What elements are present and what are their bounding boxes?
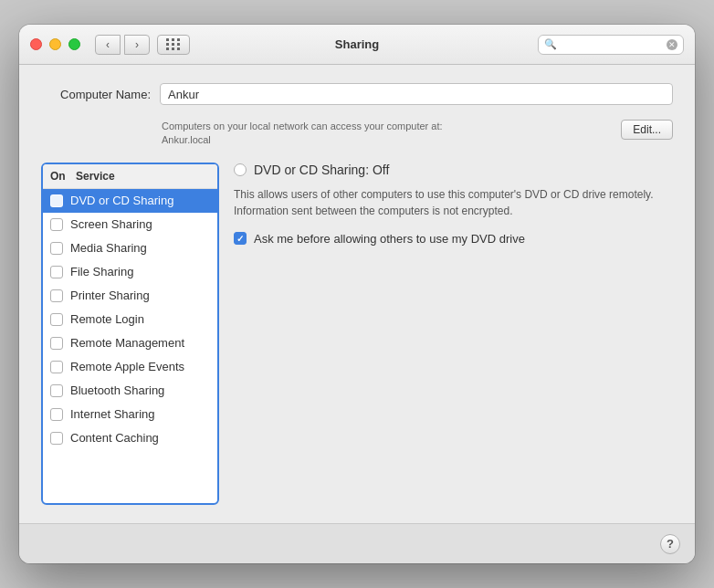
service-item[interactable]: Internet Sharing — [43, 403, 217, 426]
service-checkbox[interactable] — [50, 337, 63, 350]
dvd-off-radio[interactable] — [234, 163, 247, 176]
main-window: ‹ › Sharing 🔍 ✕ Computer Name: Computers… — [19, 25, 695, 563]
back-button[interactable]: ‹ — [95, 35, 121, 55]
service-name: Bluetooth Sharing — [70, 383, 164, 397]
close-button[interactable] — [30, 38, 42, 50]
main-panels: On Service DVD or CD SharingScreen Shari… — [41, 163, 673, 505]
service-item[interactable]: Remote Apple Events — [43, 355, 217, 379]
minimize-button[interactable] — [49, 38, 61, 50]
service-item[interactable]: Bluetooth Sharing — [43, 379, 217, 403]
grid-icon — [166, 38, 181, 50]
computer-name-row: Computer Name: — [41, 83, 673, 105]
service-name: Remote Apple Events — [70, 360, 184, 373]
service-name: Screen Sharing — [70, 217, 152, 231]
service-name: File Sharing — [70, 265, 133, 278]
service-checkbox[interactable] — [50, 218, 63, 231]
service-name: DVD or CD Sharing — [70, 194, 173, 207]
dvd-checkbox-label: Ask me before allowing others to use my … — [254, 232, 525, 246]
service-list: On Service DVD or CD SharingScreen Shari… — [41, 163, 219, 505]
computer-name-label: Computer Name: — [41, 88, 151, 101]
service-item[interactable]: Printer Sharing — [43, 284, 217, 308]
service-item[interactable]: Media Sharing — [43, 236, 217, 260]
dvd-checkbox-row: Ask me before allowing others to use my … — [234, 232, 673, 246]
search-clear-button[interactable]: ✕ — [667, 39, 677, 50]
search-input[interactable] — [561, 38, 663, 51]
computer-name-hint-text: Computers on your local network can acce… — [162, 120, 612, 148]
search-icon: 🔍 — [544, 38, 557, 50]
content-area: Computer Name: Computers on your local n… — [19, 65, 695, 523]
search-bar[interactable]: 🔍 ✕ — [538, 35, 684, 55]
service-item[interactable]: DVD or CD Sharing — [43, 189, 217, 213]
service-checkbox[interactable] — [50, 432, 63, 445]
header-service: Service — [76, 170, 115, 183]
service-checkbox[interactable] — [50, 384, 63, 397]
service-list-items: DVD or CD SharingScreen SharingMedia Sha… — [43, 189, 217, 503]
bottom-bar: ? — [19, 523, 695, 563]
dvd-checkbox[interactable] — [234, 232, 247, 245]
dvd-title: DVD or CD Sharing: Off — [254, 163, 389, 177]
service-checkbox[interactable] — [50, 408, 63, 421]
computer-name-hint: Computers on your local network can acce… — [41, 120, 673, 148]
grid-button[interactable] — [157, 35, 190, 55]
titlebar: ‹ › Sharing 🔍 ✕ — [19, 25, 695, 65]
service-checkbox[interactable] — [50, 361, 63, 373]
dvd-description: This allows users of other computers to … — [234, 186, 673, 219]
service-item[interactable]: Content Caching — [43, 426, 217, 450]
service-name: Printer Sharing — [70, 289, 150, 302]
dvd-title-row: DVD or CD Sharing: Off — [234, 163, 673, 177]
computer-name-input[interactable] — [160, 83, 673, 105]
service-checkbox[interactable] — [50, 242, 63, 255]
service-checkbox[interactable] — [50, 266, 63, 278]
forward-button[interactable]: › — [124, 35, 150, 55]
traffic-lights — [30, 38, 80, 50]
header-on: On — [50, 170, 76, 183]
service-item[interactable]: File Sharing — [43, 260, 217, 284]
help-button[interactable]: ? — [660, 534, 680, 554]
service-name: Content Caching — [70, 431, 159, 445]
service-name: Remote Management — [70, 336, 184, 350]
service-list-header: On Service — [43, 164, 217, 189]
service-checkbox[interactable] — [50, 289, 63, 302]
service-checkbox[interactable] — [50, 194, 63, 207]
edit-button[interactable]: Edit... — [621, 120, 673, 140]
service-name: Media Sharing — [70, 241, 147, 255]
service-name: Remote Login — [70, 312, 144, 326]
service-item[interactable]: Screen Sharing — [43, 213, 217, 236]
service-item[interactable]: Remote Management — [43, 331, 217, 355]
window-title: Sharing — [335, 37, 379, 51]
service-name: Internet Sharing — [70, 407, 155, 421]
service-checkbox[interactable] — [50, 313, 63, 326]
right-panel: DVD or CD Sharing: Off This allows users… — [234, 163, 673, 505]
nav-buttons: ‹ › — [95, 35, 150, 55]
maximize-button[interactable] — [68, 38, 80, 50]
service-item[interactable]: Remote Login — [43, 308, 217, 331]
